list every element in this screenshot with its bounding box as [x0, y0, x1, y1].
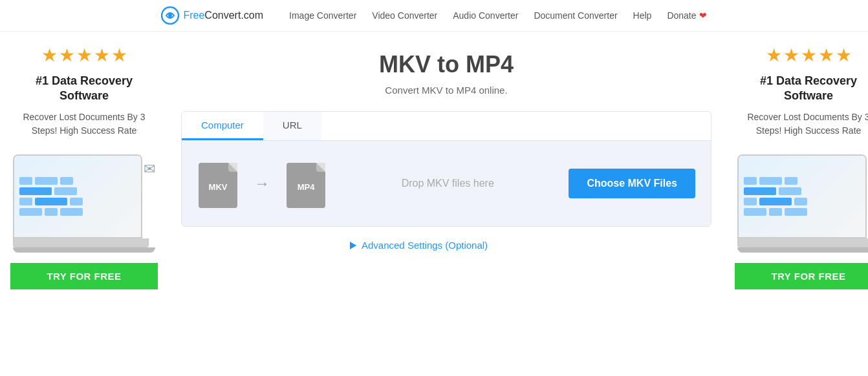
mp4-shape: MP4	[287, 163, 325, 208]
star-3: ★	[76, 45, 92, 66]
left-ad: ★ ★ ★ ★ ★ #1 Data Recovery Software Reco…	[0, 32, 168, 376]
logo-icon	[161, 6, 179, 25]
right-star-1: ★	[766, 45, 782, 66]
right-star-4: ★	[818, 45, 834, 66]
page-subtitle: Convert MKV to MP4 online.	[385, 85, 507, 96]
tab-url[interactable]: URL	[263, 112, 321, 140]
right-laptop-base	[737, 238, 868, 247]
converter-box: Computer URL MKV → MP4	[181, 111, 711, 227]
right-star-2: ★	[783, 45, 799, 66]
left-ad-stars: ★ ★ ★ ★ ★	[41, 45, 127, 66]
star-half: ★	[111, 45, 127, 66]
left-ad-title: #1 Data Recovery Software	[10, 74, 158, 104]
laptop-screen	[14, 156, 141, 237]
laptop-bottom	[13, 247, 155, 253]
converter-tabs: Computer URL	[182, 112, 711, 141]
advanced-settings-label: Advanced Settings (Optional)	[362, 240, 488, 251]
header-nav: Image Converter Video Converter Audio Co…	[289, 10, 707, 21]
heart-icon: ❤	[699, 10, 707, 21]
mp4-label: MP4	[298, 182, 315, 192]
nav-donate[interactable]: Donate ❤	[667, 10, 706, 21]
right-ad: ★ ★ ★ ★ ★ #1 Data Recovery Software Reco…	[724, 32, 868, 376]
right-laptop-screen	[739, 156, 865, 237]
arrow-icon: →	[254, 174, 270, 193]
choose-files-button[interactable]: Choose MKV Files	[569, 169, 695, 198]
right-try-button[interactable]: TRY FOR FREE	[735, 263, 868, 289]
nav-help[interactable]: Help	[633, 10, 652, 21]
advanced-settings[interactable]: Advanced Settings (Optional)	[350, 240, 488, 251]
laptop-base	[13, 238, 149, 247]
envelope-icon: ✉	[144, 161, 155, 178]
mkv-shape: MKV	[199, 163, 237, 208]
left-try-button[interactable]: TRY FOR FREE	[10, 263, 158, 289]
right-star-3: ★	[801, 45, 817, 66]
page-title: MKV to MP4	[379, 51, 514, 78]
logo[interactable]: FreeConvert.com	[161, 6, 263, 25]
logo-text: FreeConvert.com	[183, 10, 263, 21]
mp4-file-icon: MP4	[285, 159, 327, 208]
nav-video-converter[interactable]: Video Converter	[372, 10, 437, 21]
laptop-body	[13, 154, 142, 238]
drop-zone[interactable]: Drop MKV files here	[337, 178, 558, 189]
nav-document-converter[interactable]: Document Converter	[534, 10, 617, 21]
star-2: ★	[59, 45, 75, 66]
center-content: MKV to MP4 Convert MKV to MP4 online. Co…	[168, 32, 724, 376]
nav-audio-converter[interactable]: Audio Converter	[453, 10, 518, 21]
right-star-half: ★	[836, 45, 852, 66]
svg-point-1	[168, 14, 172, 17]
tab-computer[interactable]: Computer	[182, 112, 263, 140]
right-laptop-bottom	[737, 247, 868, 253]
header: FreeConvert.com Image Converter Video Co…	[0, 0, 868, 32]
right-laptop-body	[737, 154, 867, 238]
nav-image-converter[interactable]: Image Converter	[289, 10, 356, 21]
star-4: ★	[94, 45, 110, 66]
mkv-file-icon: MKV	[197, 159, 239, 208]
right-ad-stars: ★ ★ ★ ★ ★	[766, 45, 852, 66]
left-ad-desc: Recover Lost Documents By 3 Steps! High …	[10, 110, 158, 138]
main-wrapper: ★ ★ ★ ★ ★ #1 Data Recovery Software Reco…	[0, 32, 868, 376]
right-ad-laptop: ✉	[737, 154, 868, 253]
mkv-label: MKV	[209, 182, 228, 192]
right-ad-title: #1 Data Recovery Software	[735, 74, 868, 104]
right-ad-desc: Recover Lost Documents By 3 Steps! High …	[735, 110, 868, 138]
converter-body: MKV → MP4 Drop MKV files here Choose MKV…	[182, 141, 711, 226]
drop-zone-text: Drop MKV files here	[402, 178, 494, 189]
left-ad-laptop: ✉	[13, 154, 155, 253]
star-1: ★	[41, 45, 58, 66]
triangle-icon	[350, 242, 356, 249]
